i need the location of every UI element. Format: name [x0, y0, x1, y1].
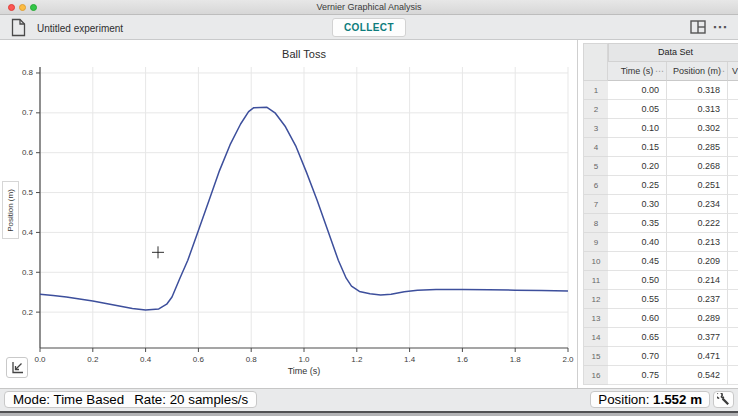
column-menu-icon[interactable]: ⋯ — [716, 62, 725, 80]
table-corner-cell — [583, 43, 608, 81]
svg-text:0.4: 0.4 — [140, 355, 152, 364]
more-menu-button[interactable]: ⋯ — [709, 15, 731, 39]
column-header-velocity[interactable]: V — [728, 62, 738, 81]
row-number: 6 — [583, 176, 608, 195]
table-cell-time[interactable]: 0.30 — [608, 195, 667, 214]
svg-text:1.4: 1.4 — [404, 355, 416, 364]
table-cell-position[interactable]: 0.209 — [667, 252, 728, 271]
table-cell-position[interactable]: 0.213 — [667, 233, 728, 252]
x-axis-label: Time (s) — [40, 366, 568, 376]
row-number: 7 — [583, 195, 608, 214]
position-meter-button[interactable]: Position: 1.552 m — [590, 391, 710, 408]
data-set-header[interactable]: Data Set — [608, 43, 738, 62]
sensor-settings-button[interactable] — [713, 391, 734, 408]
svg-text:0.5: 0.5 — [22, 188, 34, 197]
table-cell-position[interactable]: 0.542 — [667, 366, 728, 385]
table-cell-time[interactable]: 0.45 — [608, 252, 667, 271]
row-number: 3 — [583, 119, 608, 138]
table-cell-velocity[interactable] — [728, 81, 738, 100]
column-header-time[interactable]: Time (s)⋯ — [608, 62, 667, 81]
close-button[interactable] — [8, 4, 15, 11]
table-cell-velocity[interactable] — [728, 309, 738, 328]
svg-text:1.2: 1.2 — [351, 355, 363, 364]
table-cell-position[interactable]: 0.237 — [667, 290, 728, 309]
svg-text:0.2: 0.2 — [22, 308, 34, 317]
table-cell-time[interactable]: 0.20 — [608, 157, 667, 176]
svg-text:0.4: 0.4 — [22, 228, 34, 237]
table-cell-position[interactable]: 0.268 — [667, 157, 728, 176]
y-axis-label-button[interactable]: Position (m) — [2, 181, 19, 239]
zoom-button[interactable] — [30, 4, 37, 11]
graph-tools-button[interactable] — [6, 357, 28, 378]
chart-plot-area[interactable]: 0.00.20.40.60.81.01.21.41.61.82.00.20.30… — [0, 40, 578, 388]
layout-icon[interactable] — [689, 20, 707, 36]
table-cell-time[interactable]: 0.60 — [608, 309, 667, 328]
svg-text:1.0: 1.0 — [298, 355, 310, 364]
status-bar: Mode: Time BasedRate: 20 samples/s Posit… — [0, 388, 738, 411]
mode-rate-button[interactable]: Mode: Time BasedRate: 20 samples/s — [4, 391, 257, 408]
collect-button[interactable]: COLLECT — [332, 18, 406, 37]
table-cell-velocity[interactable] — [728, 157, 738, 176]
table-cell-velocity[interactable] — [728, 271, 738, 290]
document-icon[interactable] — [9, 18, 27, 38]
graph-panel: Ball Toss 0.00.20.40.60.81.01.21.41.61.8… — [0, 40, 578, 388]
table-cell-position[interactable]: 0.222 — [667, 214, 728, 233]
minimize-button[interactable] — [19, 4, 26, 11]
row-number: 13 — [583, 309, 608, 328]
position-meter-value: 1.552 m — [653, 392, 702, 407]
table-cell-velocity[interactable] — [728, 328, 738, 347]
table-cell-position[interactable]: 0.251 — [667, 176, 728, 195]
row-number: 14 — [583, 328, 608, 347]
table-cell-time[interactable]: 0.05 — [608, 100, 667, 119]
table-cell-position[interactable]: 0.377 — [667, 328, 728, 347]
svg-text:2.0: 2.0 — [562, 355, 574, 364]
table-cell-velocity[interactable] — [728, 138, 738, 157]
column-header-position[interactable]: Position (m)⋯ — [667, 62, 728, 81]
table-cell-time[interactable]: 0.40 — [608, 233, 667, 252]
table-cell-position[interactable]: 0.313 — [667, 100, 728, 119]
table-cell-time[interactable]: 0.65 — [608, 328, 667, 347]
table-cell-position[interactable]: 0.318 — [667, 81, 728, 100]
table-cell-time[interactable]: 0.50 — [608, 271, 667, 290]
cursor-crosshair — [152, 246, 164, 258]
table-cell-velocity[interactable] — [728, 252, 738, 271]
table-cell-time[interactable]: 0.10 — [608, 119, 667, 138]
table-cell-velocity[interactable] — [728, 233, 738, 252]
table-cell-velocity[interactable] — [728, 347, 738, 366]
row-number: 2 — [583, 100, 608, 119]
table-cell-position[interactable]: 0.214 — [667, 271, 728, 290]
table-cell-position[interactable]: 0.289 — [667, 309, 728, 328]
row-number: 16 — [583, 366, 608, 385]
document-name: Untitled experiment — [37, 23, 123, 34]
table-cell-velocity[interactable] — [728, 100, 738, 119]
table-cell-time[interactable]: 0.75 — [608, 366, 667, 385]
position-meter-label: Position: — [598, 392, 649, 407]
svg-text:1.6: 1.6 — [457, 355, 469, 364]
titlebar: Vernier Graphical Analysis — [0, 0, 738, 15]
table-cell-velocity[interactable] — [728, 290, 738, 309]
table-cell-velocity[interactable] — [728, 119, 738, 138]
table-cell-time[interactable]: 0.25 — [608, 176, 667, 195]
table-cell-velocity[interactable] — [728, 176, 738, 195]
row-number: 1 — [583, 81, 608, 100]
table-cell-time[interactable]: 0.15 — [608, 138, 667, 157]
table-cell-position[interactable]: 0.234 — [667, 195, 728, 214]
table-cell-position[interactable]: 0.285 — [667, 138, 728, 157]
column-header-label: Position (m) — [673, 66, 721, 76]
table-cell-position[interactable]: 0.471 — [667, 347, 728, 366]
table-cell-velocity[interactable] — [728, 214, 738, 233]
window-title: Vernier Graphical Analysis — [0, 0, 738, 14]
svg-text:0.7: 0.7 — [22, 108, 34, 117]
row-number: 10 — [583, 252, 608, 271]
table-cell-time[interactable]: 0.70 — [608, 347, 667, 366]
row-number: 11 — [583, 271, 608, 290]
column-menu-icon[interactable]: ⋯ — [655, 62, 664, 80]
table-cell-position[interactable]: 0.302 — [667, 119, 728, 138]
svg-text:0.8: 0.8 — [246, 355, 258, 364]
table-cell-time[interactable]: 0.55 — [608, 290, 667, 309]
svg-text:0.6: 0.6 — [22, 148, 34, 157]
table-cell-velocity[interactable] — [728, 195, 738, 214]
table-cell-time[interactable]: 0.00 — [608, 81, 667, 100]
table-cell-velocity[interactable] — [728, 366, 738, 385]
table-cell-time[interactable]: 0.35 — [608, 214, 667, 233]
